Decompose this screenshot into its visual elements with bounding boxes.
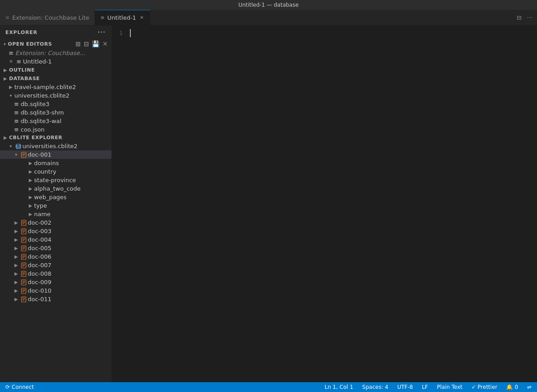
tab-untitled-icon: ≡ (100, 15, 104, 21)
cursor-line (130, 29, 537, 37)
tab-bar: ≡ Extension: Couchbase Lite ≡ Untitled-1… (0, 10, 537, 26)
status-bar: ⟳ Connect Ln 1, Col 1 Spaces: 4 UTF-8 LF… (0, 382, 537, 392)
close-all-editors-icon[interactable]: ✕ (103, 40, 108, 47)
split-editor-icon[interactable]: ⊟ (516, 13, 523, 22)
doc-005-item[interactable]: ▶ doc-005 (0, 244, 112, 252)
doc-006-item[interactable]: ▶ doc-006 (0, 252, 112, 261)
doc-003-item[interactable]: ▶ doc-003 (0, 227, 112, 235)
country-chevron: ▶ (27, 169, 34, 174)
outline-chevron: ▶ (4, 68, 7, 72)
db-sqlite3-wal-label: db.sqlite3-wal (21, 118, 112, 124)
doc-009-label: doc-009 (28, 279, 112, 285)
db-sqlite3-shm-item[interactable]: ≡ db.sqlite3-shm (0, 108, 112, 117)
outline-label: OUTLINE (9, 67, 34, 73)
open-editors-chevron: ▾ (4, 42, 6, 47)
untitled-file-icon: ≡ (15, 58, 23, 65)
cblite-universities-chevron: ▾ (7, 144, 14, 149)
status-left: ⟳ Connect (4, 384, 36, 390)
open-editor-untitled-close[interactable]: ✕ (7, 59, 15, 64)
open-editors-header[interactable]: ▾ OPEN EDITORS ⊞ ⊟ 💾 ✕ (0, 39, 112, 49)
explorer-header: EXPLORER ··· (0, 26, 112, 39)
db-sqlite3-wal-item[interactable]: ≡ db.sqlite3-wal (0, 117, 112, 125)
prettier-check-icon: ✓ (471, 384, 476, 390)
open-editor-extension[interactable]: ≡ Extension: Couchbase... (0, 49, 112, 57)
line-ending-indicator[interactable]: LF (420, 384, 430, 390)
doc-008-icon (20, 271, 28, 277)
tab-untitled-label: Untitled-1 (107, 14, 136, 21)
doc-001-item[interactable]: ▾ doc-001 (0, 150, 112, 159)
cursor-position[interactable]: Ln 1, Col 1 (323, 384, 355, 390)
alpha-two-code-label: alpha_two_code (34, 185, 112, 192)
doc-009-item[interactable]: ▶ doc-009 (0, 278, 112, 286)
explorer-header-icons: ··· (97, 28, 106, 36)
field-web-pages[interactable]: ▶ web_pages (0, 193, 112, 201)
prettier-indicator[interactable]: ✓ Prettier (469, 384, 499, 390)
name-label: name (34, 211, 112, 217)
field-type[interactable]: ▶ type (0, 201, 112, 210)
doc-002-label: doc-002 (28, 219, 112, 226)
doc-008-item[interactable]: ▶ doc-008 (0, 269, 112, 278)
remote-icon[interactable]: ⇌ (525, 384, 533, 390)
cblite-universities-item[interactable]: ▾ universities.cblite2 (0, 142, 112, 150)
travel-sample-item[interactable]: ▶ travel-sample.cblite2 (0, 83, 112, 91)
field-name[interactable]: ▶ name (0, 210, 112, 218)
tab-extension-icon: ≡ (5, 15, 9, 21)
tab-extension[interactable]: ≡ Extension: Couchbase Lite (0, 10, 95, 25)
field-country[interactable]: ▶ country (0, 167, 112, 176)
doc-001-icon (20, 152, 28, 158)
type-chevron: ▶ (27, 203, 34, 208)
doc-002-chevron: ▶ (13, 220, 20, 225)
doc-002-icon (20, 220, 28, 226)
field-state-province[interactable]: ▶ state-province (0, 176, 112, 184)
doc-011-icon (20, 296, 28, 303)
spaces-indicator[interactable]: Spaces: 4 (361, 384, 390, 390)
doc-001-chevron: ▾ (13, 152, 20, 157)
doc-009-icon (20, 279, 28, 285)
language-mode[interactable]: Plain Text (435, 384, 464, 390)
field-domains[interactable]: ▶ domains (0, 159, 112, 167)
domains-chevron: ▶ (27, 161, 34, 166)
doc-006-label: doc-006 (28, 253, 112, 260)
name-chevron: ▶ (27, 212, 34, 217)
tab-untitled[interactable]: ≡ Untitled-1 ✕ (95, 10, 150, 25)
save-files-icon[interactable]: ⊞ (76, 40, 81, 47)
web-pages-label: web_pages (34, 194, 112, 200)
outline-header[interactable]: ▶ OUTLINE (0, 66, 112, 74)
doc-011-item[interactable]: ▶ doc-011 (0, 295, 112, 303)
doc-007-label: doc-007 (28, 262, 112, 268)
save-all-icon[interactable]: 💾 (92, 40, 100, 47)
universities-db-label: universities.cblite2 (14, 92, 112, 99)
explorer-more-icon[interactable]: ··· (97, 28, 106, 36)
database-header[interactable]: ▶ DATABASE (0, 74, 112, 83)
doc-008-label: doc-008 (28, 270, 112, 277)
universities-db-item[interactable]: ▾ universities.cblite2 (0, 91, 112, 100)
doc-005-label: doc-005 (28, 245, 112, 251)
doc-004-item[interactable]: ▶ doc-004 (0, 235, 112, 244)
doc-002-item[interactable]: ▶ doc-002 (0, 218, 112, 227)
connect-button[interactable]: ⟳ Connect (4, 384, 36, 390)
notifications[interactable]: 🔔 0 (504, 384, 520, 390)
domains-label: domains (34, 160, 112, 166)
explorer-title: EXPLORER (5, 30, 38, 35)
editor-area[interactable]: 1 (112, 26, 537, 382)
encoding-indicator[interactable]: UTF-8 (395, 384, 415, 390)
doc-007-item[interactable]: ▶ doc-007 (0, 261, 112, 269)
open-editor-untitled[interactable]: ✕ ≡ Untitled-1 (0, 57, 112, 66)
code-area[interactable] (128, 26, 537, 382)
state-province-chevron: ▶ (27, 178, 34, 183)
cblite-explorer-header[interactable]: ▶ CBLITE EXPLORER (0, 133, 112, 142)
doc-010-item[interactable]: ▶ doc-010 (0, 286, 112, 295)
coo-json-item[interactable]: ≡ coo.json (0, 125, 112, 133)
new-group-icon[interactable]: ⊟ (84, 40, 89, 47)
db-sqlite3-item[interactable]: ≡ db.sqlite3 (0, 100, 112, 108)
doc-011-label: doc-011 (28, 296, 112, 303)
tab-more-icon[interactable]: ··· (526, 13, 533, 22)
web-pages-chevron: ▶ (27, 195, 34, 200)
field-alpha-two-code[interactable]: ▶ alpha_two_code (0, 184, 112, 193)
doc-003-label: doc-003 (28, 228, 112, 234)
cblite-explorer-label: CBLITE EXPLORER (9, 135, 62, 141)
cblite-universities-label: universities.cblite2 (22, 143, 112, 149)
tab-untitled-close[interactable]: ✕ (139, 14, 145, 21)
db-sqlite3-shm-icon: ≡ (13, 109, 21, 116)
database-label: DATABASE (9, 76, 40, 81)
